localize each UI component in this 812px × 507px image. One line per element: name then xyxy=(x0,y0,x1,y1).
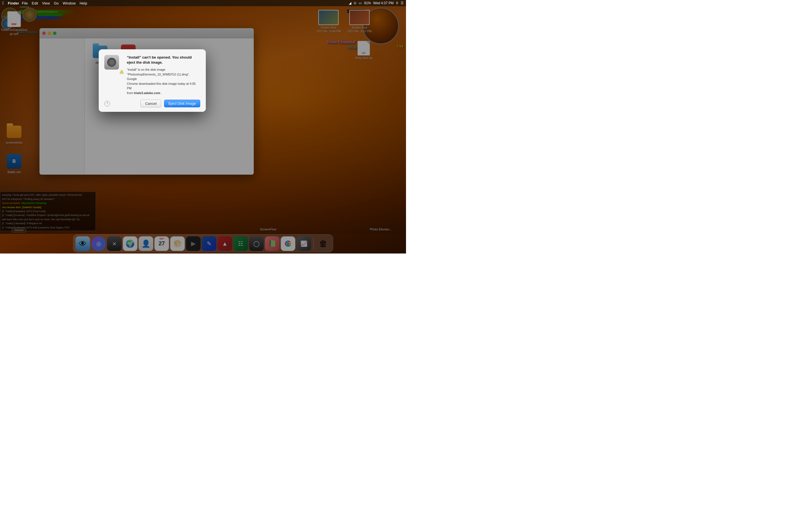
battery-indicator: 81% xyxy=(364,1,371,5)
dialog-body: “Install” is on the disk image “Photosho… xyxy=(127,67,200,95)
eject-disk-image-button[interactable]: Eject Disk Image xyxy=(164,100,200,107)
warning-icon: ⚠ xyxy=(119,69,123,75)
app-name[interactable]: Finder xyxy=(8,1,19,5)
airplay-icon[interactable]: ▭ xyxy=(359,1,362,5)
cancel-button[interactable]: Cancel xyxy=(140,100,161,107)
menu-help[interactable]: Help xyxy=(80,1,87,5)
menu-view[interactable]: View xyxy=(42,1,50,5)
menu-go[interactable]: Go xyxy=(54,1,59,5)
help-button[interactable]: ? xyxy=(104,101,110,107)
apple-menu[interactable]:  xyxy=(2,1,4,6)
menu-edit[interactable]: Edit xyxy=(32,1,38,5)
overlay xyxy=(0,0,406,253)
alert-dialog: ⚠ “Install” can’t be opened. You should … xyxy=(99,49,206,112)
dropbox-icon[interactable]: ◢ xyxy=(349,1,351,5)
desktop:  Finder File Edit View Go Window Help ◢… xyxy=(0,0,406,253)
notification-icon[interactable]: ☰ xyxy=(401,1,404,5)
dialog-icon: ⚠ xyxy=(104,55,122,73)
disk-icon xyxy=(104,55,119,69)
menu-window[interactable]: Window xyxy=(63,1,75,5)
wifi-icon[interactable]: ⊙ xyxy=(354,1,356,5)
search-icon[interactable]: ⚲ xyxy=(396,1,398,5)
dialog-title: “Install” can’t be opened. You should ej… xyxy=(127,55,200,65)
dialog-link: trials3.adobe.com xyxy=(134,91,160,95)
menubar:  Finder File Edit View Go Window Help ◢… xyxy=(0,0,406,6)
datetime-display: Wed 4:37 PM xyxy=(373,1,394,5)
menu-file[interactable]: File xyxy=(22,1,28,5)
